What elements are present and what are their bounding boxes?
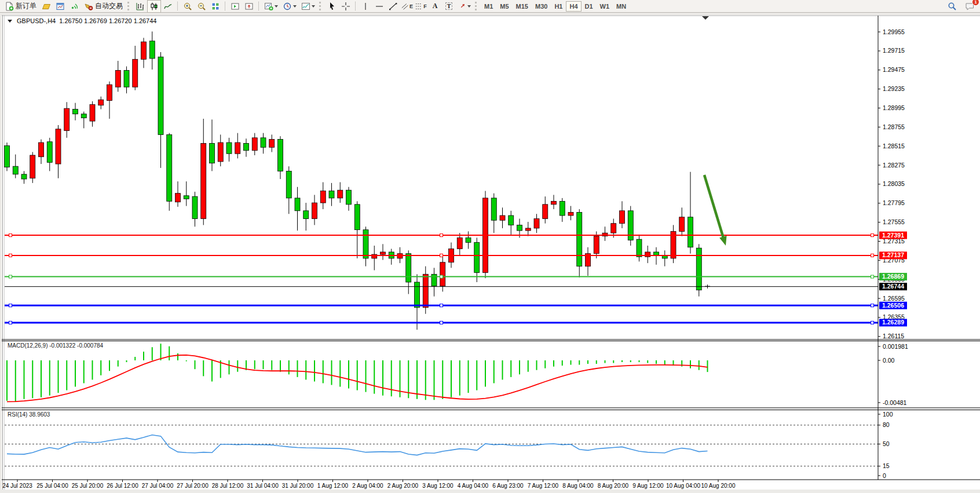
crosshair-tool-button[interactable] <box>339 0 353 13</box>
toolbar-right-tools: 1 <box>945 0 977 13</box>
chart-canvas: 1.299551.297151.294751.292351.289951.287… <box>0 0 980 493</box>
price-tick-label: 1.29475 <box>883 66 905 73</box>
timeframe-button-M15[interactable]: M15 <box>513 1 532 12</box>
hline-handle[interactable] <box>871 321 874 324</box>
profiles-button[interactable] <box>39 0 53 13</box>
vertical-line-tool-button[interactable] <box>359 0 372 13</box>
toolbar-separator <box>225 2 226 10</box>
search-icon <box>948 2 957 11</box>
hline-handle[interactable] <box>9 254 12 257</box>
timeframe-button-MN[interactable]: MN <box>613 1 630 12</box>
price-tick-label: 1.27555 <box>883 218 905 225</box>
horizontal-line-icon <box>375 2 384 11</box>
main-toolbar: 新订单 自动交易 <box>0 0 980 13</box>
time-tick-label: 10 Aug 04:00 <box>666 483 700 489</box>
candlestick-icon <box>149 2 159 11</box>
hline-handle[interactable] <box>871 304 874 307</box>
time-tick-label: 25 Jul 04:00 <box>36 483 68 489</box>
time-tick-label: 27 Jul 04:00 <box>142 483 174 489</box>
indicators-button[interactable] <box>262 0 280 13</box>
new-order-label: 新订单 <box>16 1 36 11</box>
scroll-to-end-button[interactable] <box>228 0 242 13</box>
rsi-tick-label: 50 <box>883 440 890 447</box>
timeframe-button-M1[interactable]: M1 <box>481 1 496 12</box>
channel-tool-button[interactable]: E <box>400 0 414 13</box>
chevron-down-icon <box>467 5 471 8</box>
time-tick-label: 2 Aug 04:00 <box>352 483 383 489</box>
price-tick-label: 1.28755 <box>883 123 905 130</box>
text-icon: A <box>433 2 438 10</box>
new-order-button[interactable]: 新订单 <box>2 1 39 12</box>
bar-chart-icon <box>136 2 145 11</box>
time-tick-label: 7 Aug 12:00 <box>528 483 559 489</box>
candlestick-mode-button[interactable] <box>147 0 161 13</box>
timeframe-button-H4[interactable]: H4 <box>566 1 581 12</box>
text-tool-button[interactable]: A <box>428 0 442 13</box>
text-label-icon: T <box>445 2 453 10</box>
time-tick-label: 28 Jul 12:00 <box>212 483 244 489</box>
scroll-to-end-icon <box>231 2 240 11</box>
fibonacci-glyph: F <box>423 3 427 9</box>
fibonacci-tool-button[interactable]: F <box>414 0 428 13</box>
hline-handle[interactable] <box>871 254 874 257</box>
templates-button[interactable] <box>299 0 317 13</box>
chart-header: GBPUSD-,H4 1.26750 1.26769 1.26720 1.267… <box>8 17 156 24</box>
line-chart-mode-button[interactable] <box>161 0 175 13</box>
macd-indicator-label: MACD(12,26,9) -0.001322 -0.000784 <box>8 342 103 349</box>
chart-symbol-dropdown-icon[interactable] <box>8 20 12 23</box>
market-watch-button[interactable] <box>53 0 67 13</box>
zoom-out-icon <box>197 2 206 11</box>
timeframe-button-M5[interactable]: M5 <box>496 1 512 12</box>
auto-trading-button[interactable]: 自动交易 <box>81 1 126 12</box>
horizontal-line-tool-button[interactable] <box>372 0 386 13</box>
chat-button[interactable]: 1 <box>963 0 977 13</box>
time-tick-label: 1 Aug 12:00 <box>317 483 349 489</box>
time-tick-label: 25 Jul 20:00 <box>72 483 104 489</box>
signals-button[interactable] <box>67 0 81 13</box>
line-chart-icon <box>163 2 173 11</box>
crosshair-icon <box>341 2 350 11</box>
hline-handle[interactable] <box>9 275 12 278</box>
time-tick-label: 4 Aug 04:00 <box>458 483 489 489</box>
search-button[interactable] <box>945 0 959 13</box>
toolbar-gripper <box>475 2 479 10</box>
fibonacci-icon <box>415 2 423 10</box>
hline-handle[interactable] <box>440 254 443 257</box>
hline-handle[interactable] <box>440 234 443 237</box>
zoom-out-button[interactable] <box>195 0 209 13</box>
hline-price-label: 1.26289 <box>882 319 904 326</box>
rsi-panel-surface[interactable] <box>5 410 878 480</box>
timeframe-button-W1[interactable]: W1 <box>597 1 613 12</box>
chart-shift-button[interactable] <box>242 0 256 13</box>
chart-symbol-title: GBPUSD-,H4 <box>17 17 56 24</box>
arrows-tool-button[interactable] <box>456 0 473 13</box>
timeframe-button-H1[interactable]: H1 <box>551 1 566 12</box>
timeframe-button-D1[interactable]: D1 <box>582 1 597 12</box>
price-tick-label: 1.28035 <box>883 180 905 187</box>
periods-button[interactable] <box>280 0 299 13</box>
cursor-tool-button[interactable] <box>325 0 339 13</box>
macd-panel-surface[interactable] <box>5 341 878 408</box>
trendline-tool-button[interactable] <box>386 0 400 13</box>
hline-price-label: 1.27391 <box>882 232 904 239</box>
timeframe-button-M30[interactable]: M30 <box>532 1 551 12</box>
rsi-tick-label: 100 <box>883 411 893 418</box>
text-label-tool-button[interactable]: T <box>442 0 456 13</box>
hline-handle[interactable] <box>9 304 12 307</box>
hline-handle[interactable] <box>440 304 443 307</box>
profiles-icon <box>42 2 51 11</box>
hline-price-label: 1.26744 <box>882 283 904 290</box>
hline-handle[interactable] <box>9 234 12 237</box>
tile-windows-button[interactable] <box>209 0 222 13</box>
price-tick-label: 1.26115 <box>883 333 904 339</box>
hline-handle[interactable] <box>9 321 12 324</box>
bar-chart-mode-button[interactable] <box>133 0 147 13</box>
macd-tick-label: 0.00 <box>883 357 895 364</box>
hline-handle[interactable] <box>871 234 874 237</box>
hline-handle[interactable] <box>440 321 443 324</box>
zoom-in-button[interactable] <box>181 0 195 13</box>
hline-handle[interactable] <box>871 275 874 278</box>
hline-handle[interactable] <box>440 275 443 278</box>
time-tick-label: 8 Aug 04:00 <box>562 483 594 489</box>
time-tick-label: 24 Jul 2023 <box>2 483 32 489</box>
